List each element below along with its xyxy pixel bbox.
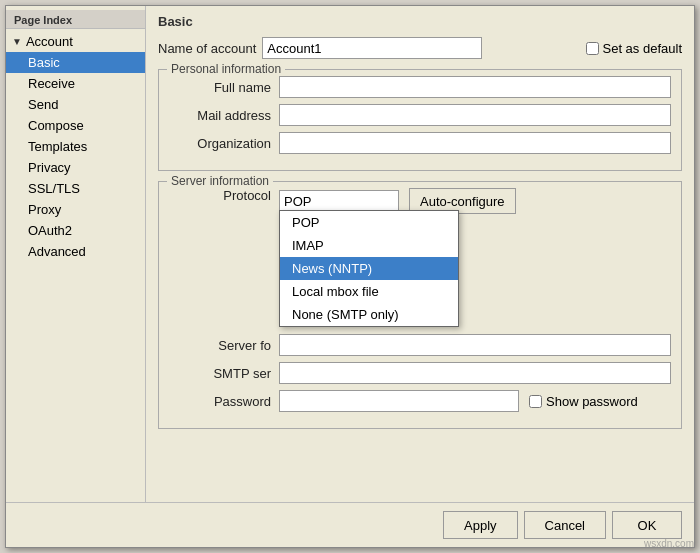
set-as-default-label: Set as default [603,41,683,56]
protocol-option-nntp[interactable]: News (NNTP) [280,257,458,280]
serverfor-label: Server fo [169,338,279,353]
protocol-option-mbox[interactable]: Local mbox file [280,280,458,303]
password-label: Password [169,394,279,409]
set-as-default-row: Set as default [586,41,683,56]
server-info-group: Server information Protocol POP Auto-con… [158,181,682,429]
sidebar-item-ssltls[interactable]: SSL/TLS [6,178,145,199]
fullname-label: Full name [169,80,279,95]
organization-row: Organization [169,132,671,154]
server-info-legend: Server information [167,174,273,188]
mailaddress-input[interactable] [279,104,671,126]
serverfor-row: Server fo [169,334,671,356]
show-password-row: Show password [529,394,638,409]
sidebar-item-advanced[interactable]: Advanced [6,241,145,262]
organization-label: Organization [169,136,279,151]
protocol-option-pop[interactable]: POP [280,211,458,234]
protocol-row: Protocol POP Auto-configure POP IMAP [169,188,671,214]
smtp-label: SMTP ser [169,366,279,381]
organization-input[interactable] [279,132,671,154]
mailaddress-row: Mail address [169,104,671,126]
sidebar-item-privacy[interactable]: Privacy [6,157,145,178]
smtp-input[interactable] [279,362,671,384]
sidebar-group-account[interactable]: ▼ Account [6,31,145,52]
serverfor-input[interactable] [279,334,671,356]
protocol-container: POP Auto-configure POP IMAP News (NNTP) … [279,188,671,214]
expand-arrow-icon: ▼ [12,36,22,47]
sidebar-item-proxy[interactable]: Proxy [6,199,145,220]
protocol-option-smtp[interactable]: None (SMTP only) [280,303,458,326]
sidebar-item-send[interactable]: Send [6,94,145,115]
fullname-input[interactable] [279,76,671,98]
show-password-checkbox[interactable] [529,395,542,408]
personal-info-legend: Personal information [167,62,285,76]
sidebar-item-receive[interactable]: Receive [6,73,145,94]
protocol-dropdown-button[interactable]: POP [279,190,399,212]
fullname-row: Full name [169,76,671,98]
cancel-button[interactable]: Cancel [524,511,606,539]
apply-button[interactable]: Apply [443,511,518,539]
sidebar-group-label: Account [26,34,73,49]
section-title: Basic [158,14,682,29]
footer: Apply Cancel OK [6,502,694,547]
password-input[interactable] [279,390,519,412]
password-row: Password Show password [169,390,671,412]
main-panel: Basic Name of account Set as default Per… [146,6,694,502]
protocol-option-imap[interactable]: IMAP [280,234,458,257]
account-name-label: Name of account [158,41,256,56]
show-password-label: Show password [546,394,638,409]
protocol-dropdown-menu: POP IMAP News (NNTP) Local mbox file Non… [279,210,459,327]
watermark: wsxdn.com [644,538,694,549]
ok-button[interactable]: OK [612,511,682,539]
sidebar-item-basic[interactable]: Basic [6,52,145,73]
smtp-row: SMTP ser [169,362,671,384]
sidebar-item-oauth2[interactable]: OAuth2 [6,220,145,241]
account-name-input[interactable] [262,37,482,59]
sidebar-item-compose[interactable]: Compose [6,115,145,136]
account-name-row: Name of account Set as default [158,37,682,59]
page-index-label: Page Index [6,10,145,29]
sidebar: Page Index ▼ Account Basic Receive Send … [6,6,146,502]
personal-info-group: Personal information Full name Mail addr… [158,69,682,171]
protocol-selected-value: POP [284,194,311,209]
mailaddress-label: Mail address [169,108,279,123]
sidebar-item-templates[interactable]: Templates [6,136,145,157]
set-as-default-checkbox[interactable] [586,42,599,55]
protocol-label: Protocol [169,188,279,203]
